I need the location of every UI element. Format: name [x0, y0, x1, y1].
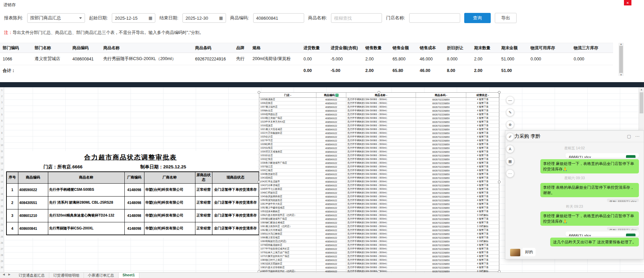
store-row: 1046仁怀国贸店408590022先行伴手柄陶瓷CSM-500BS（500ml…	[259, 191, 499, 195]
store-cell: 先行伴手柄陶瓷CSM-500BS（500ml）	[346, 236, 416, 239]
store-cell: 6926702226859	[416, 169, 466, 172]
scroll-up-icon[interactable]: ▲	[639, 88, 644, 92]
excel-row-number: 10	[0, 142, 4, 148]
excel-row-number: 25	[0, 234, 4, 240]
store-cell: 先行伴手柄陶瓷CSM-500BS（500ml）	[346, 98, 416, 101]
sheet-nav-arrows[interactable]: ◀ ▶	[0, 273, 15, 278]
store-cell: 6926702226859	[416, 120, 466, 124]
text-icon[interactable]: A	[506, 145, 514, 153]
report-cell: 先行秀丽随手杯CSG-200XL（200ml）	[101, 53, 192, 65]
product-code-label: 商品编码:	[230, 15, 249, 21]
store-row: 1042红果生活超市408590022先行伴手柄陶瓷CSM-500BS（500m…	[259, 180, 499, 184]
product-code-input[interactable]	[253, 13, 304, 23]
report-cell: 0.000	[571, 53, 613, 65]
export-button[interactable]: 导出	[495, 13, 517, 23]
excel-row-number: 11	[0, 148, 4, 154]
selection-handle[interactable]	[378, 91, 380, 94]
sheet-tab[interactable]: Sheet1	[119, 273, 139, 278]
store-cell: 1051平塘中央大街店	[259, 202, 316, 206]
store-cell: 4 暂禁下单	[466, 228, 500, 232]
sheet-tab[interactable]: 订货通盘差汇总	[15, 273, 49, 278]
excel-row-number: 26	[0, 240, 4, 246]
report-scrollbar[interactable]: ▲ ▼	[619, 43, 624, 76]
sheet-tab[interactable]: 小票通订单汇总	[84, 273, 119, 278]
file-message[interactable]: 6666(1).xlsx11.1KX微信电脑版	[565, 153, 639, 158]
selection-handle[interactable]	[498, 181, 501, 183]
end-date-input[interactable]: 2025-12-30 ▦	[182, 13, 226, 23]
report-total-cell: 65.80	[390, 65, 417, 76]
store-cell: 408590022	[316, 236, 346, 239]
sheet-tab[interactable]: 订货通明细明细	[49, 273, 84, 278]
scrollbar-thumb[interactable]	[640, 92, 643, 113]
store-cell: 4 暂禁下单	[466, 191, 500, 194]
zoom-in-icon[interactable]: ⊕	[506, 121, 514, 129]
store-row: 1065沿河乌江丽都店408590022先行伴手柄陶瓷CSM-500BS（500…	[259, 232, 499, 236]
store-cell: 先行伴手柄陶瓷CSM-500BS（500ml）	[346, 266, 416, 269]
close-button[interactable]: ✕	[624, 0, 631, 5]
scrollbar-thumb[interactable]	[619, 46, 623, 73]
store-cell: 408590022	[316, 169, 346, 172]
excel-row-number: 16	[0, 179, 4, 185]
store-cell: 4 暂禁下单	[466, 161, 500, 165]
report-column-header: 进货数量	[301, 43, 328, 53]
scroll-up-icon[interactable]: ▲	[620, 43, 622, 45]
selection-handle[interactable]	[498, 91, 501, 94]
report-type-select[interactable]: 按部门商品汇总	[27, 13, 85, 23]
store-name-input[interactable]	[409, 13, 460, 23]
store-cell: 先行伴手柄陶瓷CSM-500BS（500ml）	[346, 195, 416, 198]
report-cell: 先行	[233, 53, 250, 65]
store-cell: 4 暂禁下单	[466, 251, 500, 254]
edit-icon[interactable]: ✎	[506, 108, 514, 116]
store-column-header: 门店▾	[259, 93, 316, 97]
store-cell: 408590022	[316, 210, 346, 213]
window-icon[interactable]: ▢	[627, 134, 631, 139]
store-cell: 6926702226859	[416, 172, 466, 176]
window-titlebar: 进销存 ✕	[0, 0, 644, 9]
store-cell: 4 暂禁下单	[466, 113, 500, 116]
store-cell: 先行伴手柄陶瓷CSM-500BS（500ml）	[346, 150, 416, 153]
selection-handle[interactable]	[258, 181, 260, 183]
store-cell: 408590022	[316, 214, 346, 217]
store-row: 1040凯里国贸店408590022先行伴手柄陶瓷CSM-500BS（500ml…	[259, 172, 499, 176]
store-row: 1060铜仁麒龙金滩城店408590022先行伴手柄陶瓷CSM-500BS（50…	[259, 221, 499, 225]
report-table-total-row: 合计：0.00-5.002.0065.8046.008.002.0051.00	[0, 65, 613, 76]
store-cell: 408590022	[316, 154, 346, 157]
excel-row-number: 1	[0, 87, 4, 93]
product-name-input[interactable]	[331, 13, 382, 23]
store-cell: 408590022	[316, 157, 346, 161]
file-message[interactable]: 6666(1).xlsx11.1KX微信电脑版	[565, 231, 639, 236]
more-icon[interactable]: ⋯	[506, 169, 514, 178]
store-cell: 4 暂禁下单	[466, 184, 500, 187]
report-table-row[interactable]: 1066遵义世贸城店408600841先行秀丽随手杯CSG-200XL（200m…	[0, 53, 613, 65]
store-cell: 先行伴手柄陶瓷CSM-500BS（500ml）	[346, 139, 416, 142]
store-cell: 先行伴手柄陶瓷CSM-500BS（500ml）	[346, 154, 416, 157]
store-cell: 先行伴手柄陶瓷CSM-500BS（500ml）	[346, 169, 416, 172]
store-row: 1008白云店408590022先行伴手柄陶瓷CSM-500BS（500ml）6…	[259, 109, 499, 113]
filter-bar: 报表陈列: 按部门商品汇总 起始日期: 2025-12-15 ▦ 结束日期: 2…	[0, 12, 644, 24]
store-cell: 6926702226859	[416, 232, 466, 236]
store-cell: 6926702226859	[416, 251, 466, 254]
note-text: 注：导出文件分部门汇总、商品汇总、部门商品汇总三个表，不需分开导出。输入多个商品…	[4, 30, 204, 36]
chevron-down-icon	[79, 17, 82, 19]
form-store-label: 门店：	[43, 164, 57, 169]
sign-icon[interactable]: ✐	[506, 133, 514, 141]
selection-handle[interactable]	[258, 91, 260, 94]
more-icon[interactable]: ⋯	[635, 134, 640, 139]
store-cell: 408590022	[316, 251, 346, 254]
store-cell: 408590022	[316, 202, 346, 206]
store-cell: 6926702226859	[416, 116, 466, 120]
chat-message-sent: 李经理 麻烦处理一下，表格里的单品全门店暂停下单控货清库存🙏	[540, 211, 639, 226]
apps-icon[interactable]: ▦	[506, 157, 514, 165]
store-column-header: 商品名称▾	[346, 93, 416, 97]
scroll-down-icon[interactable]: ▼	[620, 74, 622, 76]
store-cell: 3 归档删除	[466, 225, 500, 228]
query-button[interactable]: 查询	[464, 13, 491, 23]
report-column-header: 期末金额	[499, 43, 528, 53]
start-date-input[interactable]: 2025-12-15 ▦	[112, 13, 155, 23]
store-cell: 1053湄潭木丽娘店	[259, 210, 316, 213]
store-cell: 先行伴手柄陶瓷CSM-500BS（500ml）	[346, 199, 416, 202]
store-cell: 1065沿河乌江丽都店	[259, 232, 316, 236]
excel-scrollbar[interactable]: ▲	[639, 88, 644, 130]
store-cell: 4 暂禁下单	[466, 105, 500, 109]
collapse-icon[interactable]: —	[506, 96, 514, 104]
